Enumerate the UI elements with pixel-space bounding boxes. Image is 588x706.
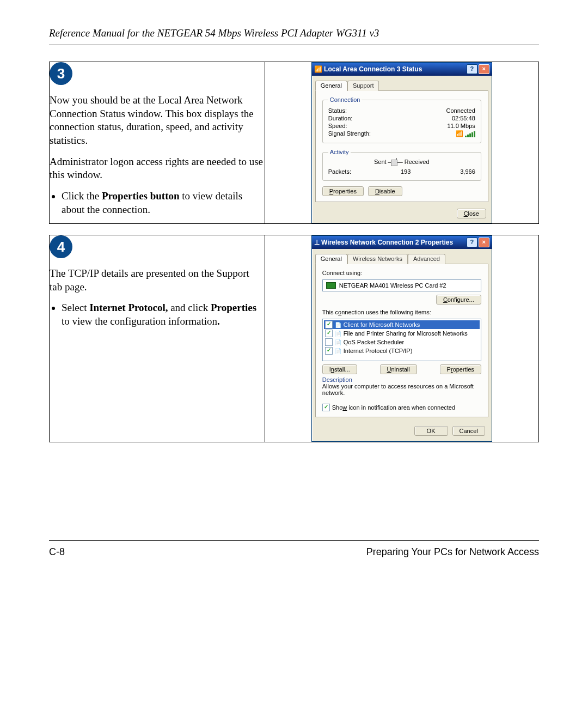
uninstall-button[interactable]: Uninstall [380, 364, 417, 374]
tray-icon-checkbox[interactable]: ✓ Show icon in notification area when co… [322, 404, 481, 411]
disable-button[interactable]: Disable [368, 186, 402, 196]
tab-advanced[interactable]: Advanced [408, 254, 445, 264]
connect-using-label: Connect using: [322, 270, 481, 276]
step-4-badge: 4 [50, 235, 72, 258]
list-item[interactable]: ✓📄Client for Microsoft Networks [324, 320, 480, 329]
tab-support[interactable]: Support [347, 81, 379, 91]
status-dialog: 📶 Local Area Connection 3 Status ? × Gen… [311, 62, 492, 223]
list-item[interactable]: ✓📄File and Printer Sharing for Microsoft… [324, 329, 480, 338]
description-text: Allows your computer to access resources… [322, 383, 481, 396]
network-card-icon [326, 282, 336, 289]
tab-wireless-networks[interactable]: Wireless Networks [347, 254, 408, 264]
step-3-badge: 3 [50, 62, 72, 85]
speed-value: 11.0 Mbps [447, 123, 475, 129]
step-4-p1: The TCP/IP details are presented on the … [50, 267, 265, 294]
ok-button[interactable]: OK [414, 426, 448, 436]
connection-group: Connection Status:Connected Duration:02:… [322, 96, 481, 143]
activity-group: Activity Sent — — Received Packets: 193 … [322, 149, 481, 181]
status-value: Connected [446, 107, 475, 114]
close-icon[interactable]: × [479, 64, 489, 74]
help-icon[interactable]: ? [467, 238, 477, 247]
cancel-button[interactable]: Cancel [452, 426, 485, 436]
signal-strength: 📶 [456, 130, 475, 137]
tab-general-2[interactable]: General [315, 254, 347, 264]
page-number: C-8 [49, 546, 65, 558]
list-item[interactable]: ✓📄Internet Protocol (TCP/IP) [324, 346, 480, 355]
page-header: Reference Manual for the NETGEAR 54 Mbps… [49, 27, 539, 45]
configure-button[interactable]: Configure... [436, 295, 481, 305]
tab-general[interactable]: General [315, 81, 347, 91]
step-3-table: 3 Now you should be at the Local Area Ne… [49, 62, 539, 224]
step-3-p1: Now you should be at the Local Area Netw… [50, 94, 265, 148]
close-button[interactable]: Close [457, 209, 486, 218]
activity-icon [396, 158, 397, 166]
step-4-table: 4 The TCP/IP details are presented on th… [49, 235, 539, 442]
duration-value: 02:55:48 [452, 115, 475, 121]
items-label: This connection uses the following items… [322, 309, 481, 315]
packets-received: 3,966 [460, 168, 475, 175]
step-4-bullet: Select Internet Protocol, and click Prop… [62, 301, 265, 328]
help-icon[interactable]: ? [467, 64, 477, 74]
list-item[interactable]: 📄QoS Packet Scheduler [324, 338, 480, 346]
packets-sent: 193 [351, 168, 460, 175]
install-button[interactable]: Install... [322, 364, 357, 374]
section-title: Preparing Your PCs for Network Access [366, 546, 539, 558]
properties-dialog: ⊥ Wireless Network Connection 2 Properti… [311, 235, 492, 442]
properties-dialog-title: ⊥ Wireless Network Connection 2 Properti… [314, 239, 453, 246]
step-3-p2: Administrator logon access rights are ne… [50, 155, 265, 182]
device-field: NETGEAR MA401 Wireless PC Card #2 [322, 279, 481, 291]
close-icon[interactable]: × [479, 238, 489, 247]
items-list[interactable]: ✓📄Client for Microsoft Networks✓📄File an… [322, 319, 481, 361]
properties-button[interactable]: Properties [322, 186, 364, 196]
page-footer: C-8 Preparing Your PCs for Network Acces… [49, 540, 539, 558]
item-properties-button[interactable]: Properties [440, 364, 481, 374]
step-3-bullet: Click the Properties button to view deta… [62, 190, 265, 216]
status-dialog-title: 📶 Local Area Connection 3 Status [314, 65, 422, 73]
description-label: Description [322, 376, 481, 383]
